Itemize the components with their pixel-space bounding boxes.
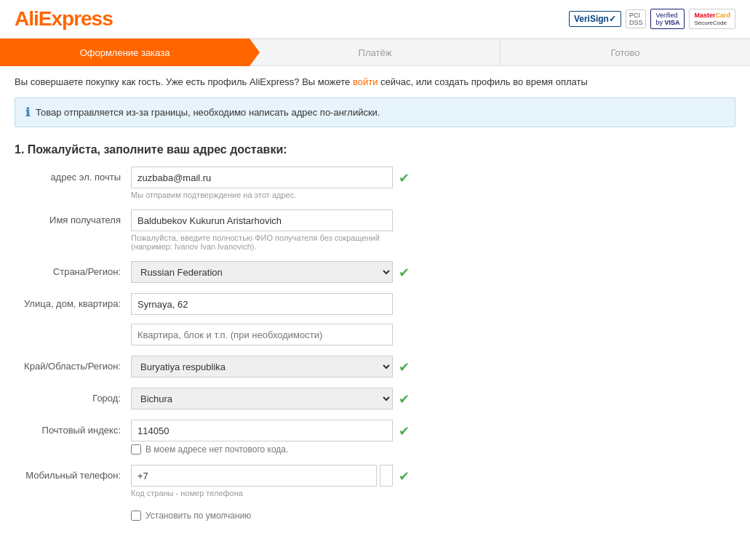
- phone-hint: Код страны - номер телефона: [131, 489, 393, 497]
- phone-field-container: Код страны - номер телефона: [131, 465, 393, 497]
- default-label: Установить по умолчанию: [145, 511, 251, 521]
- country-row: Страна/Регион: Russian Federation Ukrain…: [15, 261, 735, 283]
- default-field-container: Установить по умолчанию: [131, 508, 393, 521]
- city-field-container: Bichura Ulan-Ude Kyakhta: [131, 388, 393, 409]
- default-row: Установить по умолчанию: [15, 508, 735, 521]
- zip-input[interactable]: [131, 420, 393, 441]
- section-title: 1. Пожалуйста, заполните ваш адрес доста…: [0, 137, 750, 167]
- email-row: адрес эл. почты Мы отправим подтверждени…: [15, 167, 735, 199]
- verisign-badge: VeriSign✓: [569, 11, 621, 27]
- default-label-spacer: [15, 508, 131, 513]
- name-input[interactable]: [131, 209, 393, 231]
- street-row: Улица, дом, квартира:: [15, 293, 735, 345]
- default-checkbox[interactable]: [131, 511, 141, 521]
- pci-badge: PCIDSS: [626, 9, 647, 28]
- no-zip-row: В моем адресе нет почтового кода.: [131, 444, 393, 455]
- step-checkout: Оформление заказа: [0, 39, 250, 66]
- zip-valid-icon: ✔: [399, 420, 410, 439]
- city-row: Город: Bichura Ulan-Ude Kyakhta ✔: [15, 388, 735, 409]
- name-field-container: Пожалуйста, введите полностью ФИО получа…: [131, 209, 393, 251]
- city-label: Город:: [15, 388, 131, 404]
- header: AliExpress VeriSign✓ PCIDSS Verifiedby V…: [0, 0, 750, 39]
- default-checkbox-row: Установить по умолчанию: [131, 511, 393, 521]
- zip-label: Почтовый индекс:: [15, 420, 131, 436]
- phone-label: Мобильный телефон:: [15, 465, 131, 481]
- street2-input[interactable]: [131, 324, 393, 345]
- email-label: адрес эл. почты: [15, 167, 131, 183]
- step-payment: Платёж: [250, 39, 500, 66]
- guest-notice: Вы совершаете покупку как гость. Уже ест…: [0, 66, 750, 97]
- street-field-container: [131, 293, 393, 345]
- street-input[interactable]: [131, 293, 393, 315]
- city-valid-icon: ✔: [399, 388, 410, 407]
- phone-prefix-input[interactable]: [131, 465, 377, 487]
- country-field-container: Russian Federation Ukraine Kazakhstan Be…: [131, 261, 393, 283]
- country-label: Страна/Регион:: [15, 261, 131, 277]
- phone-number-input[interactable]: [380, 465, 393, 487]
- login-link[interactable]: войти: [353, 76, 378, 87]
- street-label: Улица, дом, квартира:: [15, 293, 131, 309]
- name-hint: Пожалуйста, введите полностью ФИО получа…: [131, 233, 393, 251]
- step-done: Готово: [500, 39, 750, 66]
- phone-row: Мобильный телефон: Код страны - номер те…: [15, 465, 735, 497]
- phone-valid-icon: ✔: [399, 465, 410, 484]
- region-row: Край/Область/Регион: Buryatiya respublik…: [15, 356, 735, 377]
- country-valid-icon: ✔: [399, 261, 410, 281]
- no-zip-label: В моем адресе нет почтового кода.: [145, 444, 288, 455]
- logo: AliExpress: [15, 7, 113, 31]
- zip-field-container: В моем адресе нет почтового кода.: [131, 420, 393, 455]
- name-row: Имя получателя Пожалуйста, введите полно…: [15, 209, 735, 251]
- email-hint: Мы отправим подтверждение на этот адрес.: [131, 191, 393, 199]
- trust-badges: VeriSign✓ PCIDSS Verifiedby VISA MasterC…: [569, 9, 735, 29]
- email-field-container: Мы отправим подтверждение на этот адрес.: [131, 167, 393, 199]
- region-select[interactable]: Buryatiya respublika Moskva Sankt-Peterb…: [131, 356, 393, 377]
- email-input[interactable]: [131, 167, 393, 188]
- progress-bar: Оформление заказа Платёж Готово: [0, 39, 750, 66]
- email-valid-icon: ✔: [399, 167, 410, 186]
- phone-group: [131, 465, 393, 487]
- region-label: Край/Область/Регион:: [15, 356, 131, 372]
- info-icon: ℹ: [25, 105, 30, 119]
- region-valid-icon: ✔: [399, 356, 410, 375]
- info-banner: ℹ Товар отправляется из-за границы, необ…: [15, 97, 735, 127]
- city-select[interactable]: Bichura Ulan-Ude Kyakhta: [131, 388, 393, 409]
- region-field-container: Buryatiya respublika Moskva Sankt-Peterb…: [131, 356, 393, 377]
- name-label: Имя получателя: [15, 209, 131, 225]
- address-form: адрес эл. почты Мы отправим подтверждени…: [0, 167, 750, 521]
- visa-verified-badge: Verifiedby VISA: [650, 9, 685, 29]
- country-select[interactable]: Russian Federation Ukraine Kazakhstan Be…: [131, 261, 393, 283]
- no-zip-checkbox[interactable]: [131, 444, 141, 455]
- mastercard-badge: MasterCardSecureCode: [689, 9, 735, 29]
- zip-row: Почтовый индекс: В моем адресе нет почто…: [15, 420, 735, 455]
